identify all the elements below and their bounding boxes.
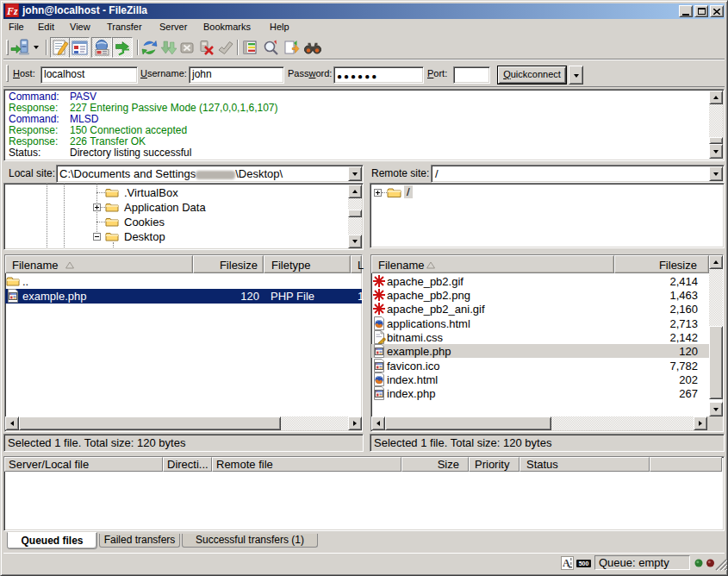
svg-text:Fz: Fz — [6, 5, 18, 17]
